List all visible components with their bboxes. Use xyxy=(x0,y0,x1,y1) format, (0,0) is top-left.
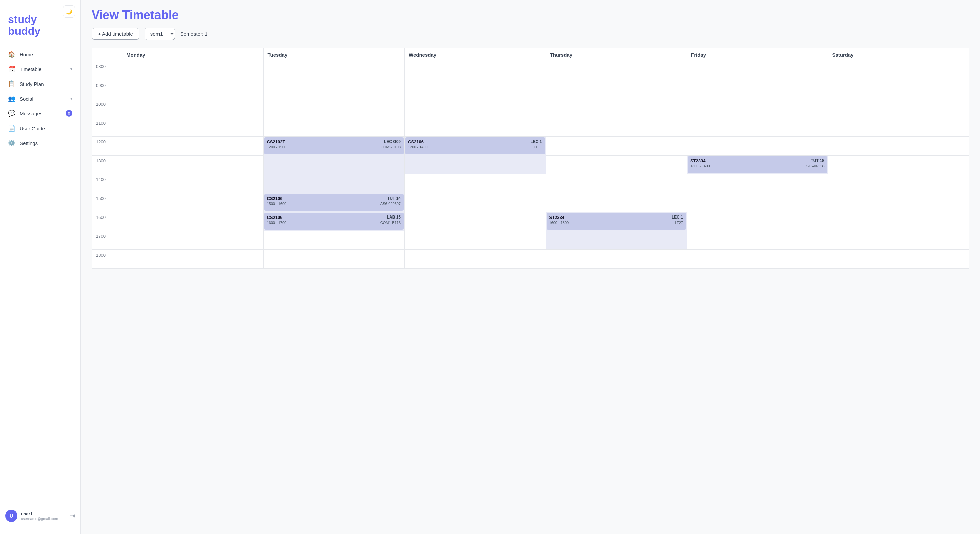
event-card-st2334-1600[interactable]: ST2334LEC 11600 - 1800LT27 xyxy=(547,213,686,230)
cell-wednesday-1700 xyxy=(404,231,546,250)
sidebar-nav: 🏠Home📅Timetable▾📋Study Plan👥Social▾💬Mess… xyxy=(0,47,80,504)
event-card-cs2106-1500[interactable]: CS2106TUT 141500 - 1600AS6-020607 xyxy=(264,194,404,211)
cell-monday-1700 xyxy=(122,231,264,250)
cell-saturday-0800 xyxy=(828,61,970,80)
sidebar-label-home: Home xyxy=(19,51,72,57)
event-time-range: 1600 - 1800 xyxy=(549,220,569,225)
cell-friday-1100 xyxy=(687,118,828,137)
time-label-1000: 1000 xyxy=(92,99,122,118)
day-header-saturday: Saturday xyxy=(828,48,970,61)
event-room: LT27 xyxy=(675,220,683,225)
event-type: TUT 18 xyxy=(811,158,824,163)
cell-saturday-1700 xyxy=(828,231,970,250)
home-icon: 🏠 xyxy=(8,51,16,58)
day-header-wednesday: Wednesday xyxy=(404,48,546,61)
time-label-1400: 1400 xyxy=(92,174,122,193)
sidebar-item-home[interactable]: 🏠Home xyxy=(4,47,76,61)
badge-messages: 0 xyxy=(65,110,72,117)
cell-monday-1300 xyxy=(122,156,264,174)
event-code: CS2106 xyxy=(408,139,424,145)
cell-thursday-1000 xyxy=(546,99,687,118)
event-type: LEC 1 xyxy=(672,215,683,220)
day-header-friday: Friday xyxy=(687,48,828,61)
cell-friday-1400 xyxy=(687,174,828,193)
semester-select[interactable]: sem1 sem2 xyxy=(145,28,175,40)
cell-friday-1600 xyxy=(687,212,828,231)
sidebar-item-timetable[interactable]: 📅Timetable▾ xyxy=(4,62,76,76)
event-time-range: 1600 - 1700 xyxy=(267,220,287,225)
cell-thursday-1100 xyxy=(546,118,687,137)
cell-friday-0900 xyxy=(687,80,828,99)
event-type: TUT 14 xyxy=(387,196,401,201)
cell-friday-1800 xyxy=(687,250,828,269)
cell-monday-1800 xyxy=(122,250,264,269)
event-room: S16-06118 xyxy=(807,164,824,168)
event-time-range: 1200 - 1400 xyxy=(408,145,428,149)
cell-tuesday-1000 xyxy=(264,99,405,118)
logout-button[interactable]: ⇥ xyxy=(70,512,75,520)
sidebar-label-user-guide: User Guide xyxy=(19,126,72,131)
cell-wednesday-1100 xyxy=(404,118,546,137)
timetable-icon: 📅 xyxy=(8,65,16,73)
cell-thursday-1400 xyxy=(546,174,687,193)
event-time-range: 1300 - 1400 xyxy=(690,164,710,168)
event-card-cs2106-1200[interactable]: CS2106LEC 11200 - 1400LT11 xyxy=(405,137,545,154)
cell-event-thursday-1600: ST2334LEC 11600 - 1800LT27 xyxy=(546,212,687,250)
event-card-cs2106-1600[interactable]: CS2106LAB 151600 - 1700COM1-B113 xyxy=(264,213,404,230)
arrow-timetable: ▾ xyxy=(70,67,72,72)
cell-event-wednesday-1200: CS2106LEC 11200 - 1400LT11 xyxy=(404,137,546,174)
time-label-1700: 1700 xyxy=(92,231,122,250)
event-time-range: 1200 - 1500 xyxy=(267,145,287,149)
sidebar-label-settings: Settings xyxy=(19,140,72,146)
cell-thursday-1800 xyxy=(546,250,687,269)
sidebar-item-social[interactable]: 👥Social▾ xyxy=(4,92,76,106)
cell-event-tuesday-1500: CS2106TUT 141500 - 1600AS6-020607 xyxy=(264,193,405,212)
time-label-0800: 0800 xyxy=(92,61,122,80)
event-card-st2334-1300[interactable]: ST2334TUT 181300 - 1400S16-06118 xyxy=(687,156,827,173)
dark-mode-toggle[interactable]: 🌙 xyxy=(63,5,75,18)
cell-saturday-1000 xyxy=(828,99,970,118)
event-room: COM2-0108 xyxy=(380,145,401,149)
add-timetable-button[interactable]: + Add timetable xyxy=(92,28,139,40)
time-label-1800: 1800 xyxy=(92,250,122,269)
cell-monday-0800 xyxy=(122,61,264,80)
main-content: View Timetable + Add timetable sem1 sem2… xyxy=(81,0,980,534)
messages-icon: 💬 xyxy=(8,110,16,117)
cell-wednesday-1500 xyxy=(404,193,546,212)
cell-tuesday-1800 xyxy=(264,250,405,269)
cell-saturday-1300 xyxy=(828,156,970,174)
cell-wednesday-1600 xyxy=(404,212,546,231)
cell-thursday-1200 xyxy=(546,137,687,156)
event-code: CS2106 xyxy=(267,215,283,220)
cell-monday-0900 xyxy=(122,80,264,99)
user-info: user1 username@gmail.com xyxy=(21,512,67,521)
cell-thursday-1300 xyxy=(546,156,687,174)
event-type: LEC 1 xyxy=(530,139,542,144)
cell-monday-1100 xyxy=(122,118,264,137)
sidebar-footer: U user1 username@gmail.com ⇥ xyxy=(0,504,80,527)
cell-event-tuesday-1600: CS2106LAB 151600 - 1700COM1-B113 xyxy=(264,212,405,231)
cell-saturday-1100 xyxy=(828,118,970,137)
toolbar: + Add timetable sem1 sem2 Semester: 1 xyxy=(92,28,969,40)
sidebar-item-study-plan[interactable]: 📋Study Plan xyxy=(4,77,76,91)
event-type: LEC G09 xyxy=(384,139,401,144)
timetable-wrapper: MondayTuesdayWednesdayThursdayFridaySatu… xyxy=(81,48,980,534)
cell-wednesday-0900 xyxy=(404,80,546,99)
sidebar: 🌙 study buddy 🏠Home📅Timetable▾📋Study Pla… xyxy=(0,0,81,534)
event-card-cs2103t-1200[interactable]: CS2103TLEC G091200 - 1500COM2-0108 xyxy=(264,137,404,154)
event-room: LT11 xyxy=(534,145,542,149)
day-header-tuesday: Tuesday xyxy=(264,48,405,61)
cell-tuesday-1100 xyxy=(264,118,405,137)
event-time-range: 1500 - 1600 xyxy=(267,202,287,206)
event-code: ST2334 xyxy=(549,215,565,220)
day-header-monday: Monday xyxy=(122,48,264,61)
sidebar-item-user-guide[interactable]: 📄User Guide xyxy=(4,121,76,135)
user-email: username@gmail.com xyxy=(21,516,67,521)
arrow-social: ▾ xyxy=(70,96,72,101)
sidebar-item-messages[interactable]: 💬Messages0 xyxy=(4,107,76,121)
cell-friday-0800 xyxy=(687,61,828,80)
cell-tuesday-0800 xyxy=(264,61,405,80)
avatar: U xyxy=(5,510,18,522)
sidebar-item-settings[interactable]: ⚙️Settings xyxy=(4,136,76,150)
cell-saturday-1400 xyxy=(828,174,970,193)
